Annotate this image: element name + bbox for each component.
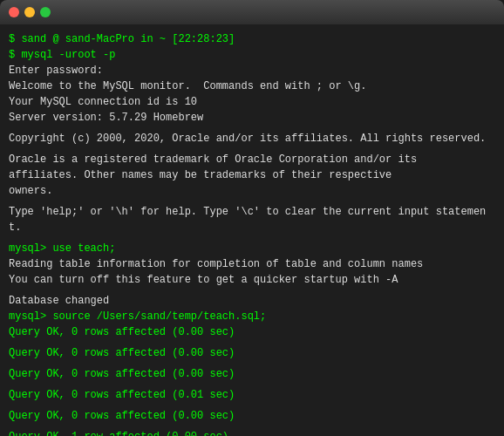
terminal-line: Database changed [9, 293, 495, 309]
minimize-button[interactable] [24, 7, 35, 17]
terminal-line: Welcome to the MySQL monitor. Commands e… [9, 78, 495, 94]
title-bar [0, 0, 504, 24]
terminal-line: owners. [9, 183, 495, 199]
maximize-button[interactable] [40, 7, 51, 17]
terminal-line: Server version: 5.7.29 Homebrew [9, 110, 495, 126]
terminal-line: Reading table information for completion… [9, 256, 495, 272]
terminal-line: mysql> source /Users/sand/temp/teach.sql… [9, 309, 495, 324]
terminal-line: $ mysql -uroot -p [9, 47, 495, 63]
terminal-line: Your MySQL connection id is 10 [9, 94, 495, 110]
terminal-line: Query OK, 0 rows affected (0.00 sec) [9, 345, 495, 361]
terminal-line: Oracle is a registered trademark of Orac… [9, 152, 495, 167]
terminal-line: Copyright (c) 2000, 2020, Oracle and/or … [9, 131, 495, 146]
terminal-line: Type 'help;' or '\h' for help. Type '\c'… [9, 204, 495, 235]
terminal-line: mysql> use teach; [9, 241, 495, 256]
terminal-line: Query OK, 0 rows affected (0.00 sec) [9, 324, 495, 340]
terminal-line: Enter password: [9, 63, 495, 78]
terminal-line: $ sand @ sand-MacPro in ~ [22:28:23] [9, 31, 495, 47]
terminal-line: Query OK, 0 rows affected (0.00 sec) [9, 408, 495, 424]
terminal-line: Query OK, 0 rows affected (0.01 sec) [9, 387, 495, 403]
terminal-line: Query OK, 1 row affected (0.00 sec) [9, 429, 495, 436]
terminal-line: Query OK, 0 rows affected (0.00 sec) [9, 366, 495, 382]
terminal-body[interactable]: $ sand @ sand-MacPro in ~ [22:28:23]$ my… [0, 24, 504, 436]
window-controls[interactable] [9, 7, 51, 17]
terminal-line: You can turn off this feature to get a q… [9, 272, 495, 288]
close-button[interactable] [9, 7, 19, 17]
terminal-line: affiliates. Other names may be trademark… [9, 167, 495, 183]
